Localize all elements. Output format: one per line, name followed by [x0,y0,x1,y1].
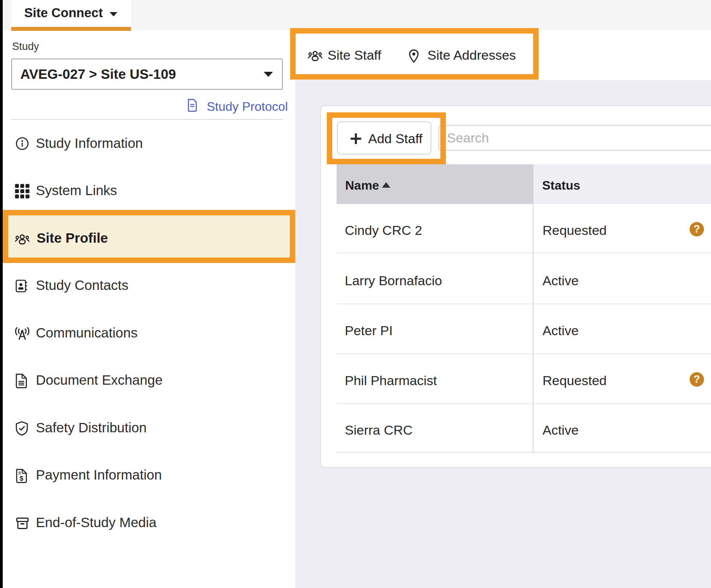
svg-text:$: $ [20,475,23,482]
